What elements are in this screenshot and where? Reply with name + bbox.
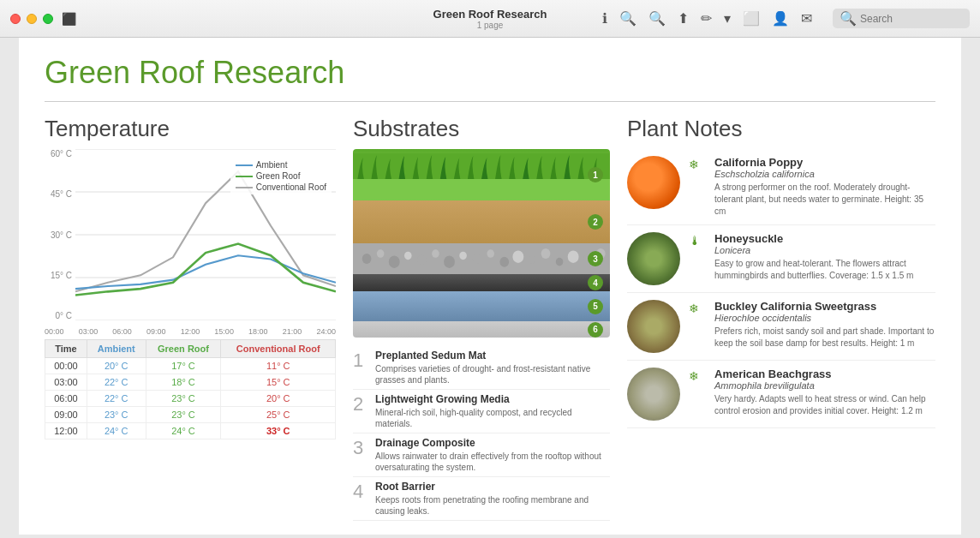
svg-point-16 — [472, 254, 481, 264]
plant-icon-0: ❄ — [689, 158, 706, 171]
temperature-chart: 0° C 15° C 30° C 45° C 60° C — [45, 149, 336, 320]
plant-desc: A strong performer on the roof. Moderate… — [714, 182, 935, 218]
page-count: 1 page — [433, 21, 547, 30]
temperature-column: Temperature 0° C 15° C 30° C 45° C 60° C — [45, 116, 336, 535]
svg-point-23 — [568, 250, 579, 262]
x-label-15: 15:00 — [214, 327, 234, 336]
svg-point-15 — [459, 252, 467, 260]
cell-time: 06:00 — [45, 391, 87, 407]
legend-greenroof: Green Roof — [236, 171, 326, 181]
legend-ambient: Ambient — [236, 160, 326, 170]
layer-dark: 4 — [353, 274, 610, 291]
toolbar-icons: ℹ 🔍 🔍 ⬆ ✏ ▾ ⬜ 👤 ✉ 🔍 — [602, 9, 970, 28]
badge-2: 2 — [588, 214, 603, 230]
table-row: 00:00 20° C 17° C 11° C — [45, 358, 336, 374]
col-ambient: Ambient — [87, 340, 146, 358]
temperature-title: Temperature — [45, 116, 336, 142]
plant-desc: Very hardy. Adapts well to heat stress o… — [714, 393, 935, 417]
x-label-12: 12:00 — [181, 327, 200, 336]
svg-point-18 — [499, 257, 509, 267]
badge-5: 5 — [588, 299, 603, 314]
list-item: 1 Preplanted Sedum Mat Comprises varieti… — [353, 346, 610, 390]
chart-legend: Ambient Green Roof Conventional Roof — [230, 158, 332, 194]
cell-greenroof: 24° C — [146, 423, 221, 439]
list-item: ❄ Buckley California Sweetgrass Hierochl… — [627, 293, 935, 361]
cell-greenroof: 17° C — [146, 358, 221, 374]
substrate-desc: Keeps roots from penetrating the roofing… — [375, 494, 610, 517]
cell-time: 00:00 — [45, 358, 87, 374]
minimize-button[interactable] — [27, 14, 37, 24]
y-label-15: 15° C — [45, 271, 75, 280]
table-row: 03:00 22° C 18° C 15° C — [45, 374, 336, 391]
substrate-name: Lightweight Growing Media — [375, 393, 610, 405]
svg-point-22 — [556, 258, 564, 266]
substrate-number: 2 — [353, 395, 368, 414]
list-item: ❄ American Beachgrass Ammophila brevilig… — [627, 361, 935, 428]
conventional-line — [236, 187, 253, 188]
plant-name: American Beachgrass — [714, 368, 935, 380]
svg-point-11 — [404, 252, 412, 260]
legend-conventional: Conventional Roof — [236, 182, 326, 192]
zoom-in-icon[interactable]: 🔍 — [648, 10, 666, 27]
maximize-button[interactable] — [43, 14, 53, 24]
badge-6: 6 — [588, 322, 603, 338]
substrate-image: 1 2 — [353, 149, 610, 338]
x-label-24: 24:00 — [316, 327, 336, 336]
close-button[interactable] — [10, 14, 21, 24]
substrate-desc: Comprises varieties of drought- and fros… — [375, 363, 610, 386]
more-icon[interactable]: ▾ — [724, 10, 731, 27]
plant-latin: Eschscholzia californica — [714, 169, 935, 179]
cell-time: 09:00 — [45, 407, 87, 423]
substrate-layers: 1 2 — [353, 149, 610, 338]
plant-notes-title: Plant Notes — [627, 116, 935, 142]
substrates-title: Substrates — [353, 116, 610, 142]
table-row: 09:00 23° C 23° C 25° C — [45, 407, 336, 423]
document-title: Green Roof Research — [433, 8, 547, 21]
list-item: 3 Drainage Composite Allows rainwater to… — [353, 433, 610, 477]
list-item: ❄ California Poppy Eschscholzia californ… — [627, 149, 935, 225]
x-label-3: 03:00 — [79, 327, 99, 336]
plant-icon-3: ❄ — [689, 369, 706, 383]
annotate-icon[interactable]: ✏ — [701, 10, 712, 27]
add-page-icon[interactable]: ⬜ — [743, 10, 760, 27]
chart-y-labels: 0° C 15° C 30° C 45° C 60° C — [45, 149, 75, 320]
search-input[interactable] — [860, 13, 963, 25]
titlebar-center: Green Roof Research 1 page — [433, 8, 547, 30]
plant-list: ❄ California Poppy Eschscholzia californ… — [627, 149, 935, 428]
plant-latin: Lonicera — [714, 245, 935, 255]
col-conventional: Conventional Roof — [221, 340, 336, 358]
substrate-name: Drainage Composite — [375, 437, 610, 449]
search-bar[interactable]: 🔍 — [833, 9, 970, 28]
markup-icon[interactable]: ✉ — [801, 10, 812, 27]
cell-time: 12:00 — [45, 423, 87, 439]
sidebar-toggle-icon[interactable]: ⬛ — [62, 12, 76, 26]
layer-gravel: 3 — [353, 243, 610, 274]
svg-point-8 — [362, 254, 372, 264]
main-content: Green Roof Research Temperature 0° C 15°… — [19, 38, 961, 535]
account-icon[interactable]: 👤 — [772, 10, 789, 27]
share-icon[interactable]: ⬆ — [678, 10, 689, 27]
svg-point-19 — [512, 250, 523, 262]
plant-name: Honeysuckle — [714, 232, 935, 245]
svg-point-20 — [529, 255, 536, 264]
ambient-line — [236, 164, 253, 166]
cell-conv: 25° C — [221, 407, 336, 423]
zoom-out-icon[interactable]: 🔍 — [619, 10, 636, 27]
substrate-number: 4 — [353, 482, 368, 501]
svg-point-10 — [389, 255, 400, 267]
list-item: 🌡 Honeysuckle Lonicera Easy to grow and … — [627, 225, 935, 293]
y-label-45: 45° C — [45, 189, 75, 199]
svg-point-17 — [487, 249, 494, 258]
substrate-list: 1 Preplanted Sedum Mat Comprises varieti… — [353, 346, 610, 521]
svg-point-14 — [444, 255, 455, 267]
substrate-name: Root Barrier — [375, 481, 610, 493]
plant-image-3 — [627, 368, 680, 421]
layer-grass: 1 — [353, 149, 610, 200]
info-icon[interactable]: ℹ — [602, 10, 607, 27]
substrate-desc: Mineral-rich soil, high-quality compost,… — [375, 407, 610, 429]
table-row: 12:00 24° C 24° C 33° C — [45, 423, 336, 439]
plant-name: Buckley California Sweetgrass — [714, 300, 935, 313]
x-label-9: 09:00 — [146, 327, 166, 336]
plant-notes-column: Plant Notes ❄ California Poppy Eschschol… — [627, 116, 935, 535]
content-columns: Temperature 0° C 15° C 30° C 45° C 60° C — [45, 116, 935, 535]
